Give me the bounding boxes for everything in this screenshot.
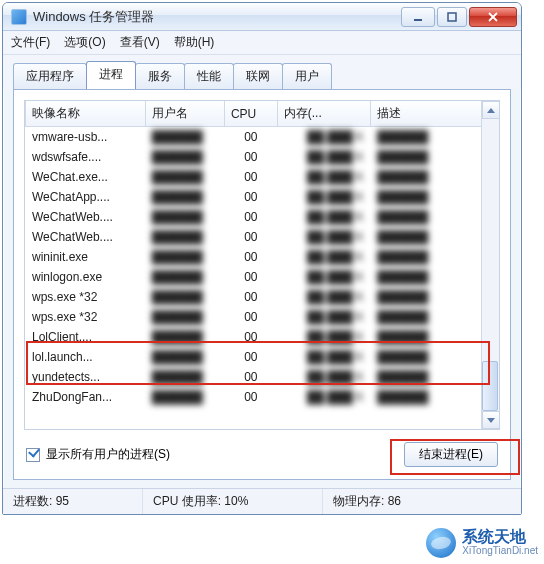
col-description[interactable]: 描述 bbox=[371, 101, 493, 127]
cell-cpu: 00 bbox=[224, 147, 277, 167]
table-row[interactable]: wps.exe *32██████00██,███ K██████ bbox=[26, 307, 493, 327]
cell-cpu: 00 bbox=[224, 207, 277, 227]
tab-strip: 应用程序 进程 服务 性能 联网 用户 bbox=[3, 55, 521, 89]
cell-image-name: winlogon.exe bbox=[26, 267, 146, 287]
table-row[interactable]: wdswfsafe....██████00██,███ K██████ bbox=[26, 147, 493, 167]
cell-memory: ██,███ K bbox=[277, 367, 370, 387]
cell-user-name: ██████ bbox=[145, 127, 224, 148]
cell-cpu: 00 bbox=[224, 387, 277, 407]
watermark-logo: 系统天地 XiTongTianDi.net bbox=[426, 528, 538, 558]
cell-image-name: WeChat.exe... bbox=[26, 167, 146, 187]
table-row[interactable]: wininit.exe██████00██,███ K██████ bbox=[26, 247, 493, 267]
tab-content: 映像名称 用户名 CPU 内存(... 描述 vmware-usb...████… bbox=[13, 89, 511, 480]
col-user-name[interactable]: 用户名 bbox=[145, 101, 224, 127]
table-row[interactable]: vmware-usb...██████00██,███ K██████ bbox=[26, 127, 493, 148]
menu-help[interactable]: 帮助(H) bbox=[174, 34, 215, 51]
tab-performance[interactable]: 性能 bbox=[184, 63, 234, 90]
watermark-en: XiTongTianDi.net bbox=[462, 546, 538, 557]
scroll-thumb[interactable] bbox=[482, 361, 498, 411]
col-image-name[interactable]: 映像名称 bbox=[26, 101, 146, 127]
cell-user-name: ██████ bbox=[145, 207, 224, 227]
table-row[interactable]: WeChatApp....██████00██,███ K██████ bbox=[26, 187, 493, 207]
menu-options[interactable]: 选项(O) bbox=[64, 34, 105, 51]
cell-memory: ██,███ K bbox=[277, 167, 370, 187]
cell-cpu: 00 bbox=[224, 307, 277, 327]
status-physical-memory: 物理内存: 86 bbox=[323, 489, 521, 514]
cell-description: ██████ bbox=[371, 227, 493, 247]
cell-cpu: 00 bbox=[224, 327, 277, 347]
table-row[interactable]: WeChatWeb....██████00██,███ K██████ bbox=[26, 207, 493, 227]
cell-cpu: 00 bbox=[224, 367, 277, 387]
cell-cpu: 00 bbox=[224, 227, 277, 247]
table-row[interactable]: winlogon.exe██████00██,███ K██████ bbox=[26, 267, 493, 287]
vertical-scrollbar[interactable] bbox=[481, 101, 499, 429]
status-process-count: 进程数: 95 bbox=[3, 489, 143, 514]
cell-memory: ██,███ K bbox=[277, 347, 370, 367]
cell-image-name: WeChatApp.... bbox=[26, 187, 146, 207]
watermark-cn: 系统天地 bbox=[462, 529, 538, 546]
cell-description: ██████ bbox=[371, 327, 493, 347]
tab-services[interactable]: 服务 bbox=[135, 63, 185, 90]
cell-memory: ██,███ K bbox=[277, 287, 370, 307]
cell-cpu: 00 bbox=[224, 167, 277, 187]
cell-memory: ██,███ K bbox=[277, 187, 370, 207]
close-icon bbox=[487, 12, 499, 22]
cell-description: ██████ bbox=[371, 347, 493, 367]
tab-processes[interactable]: 进程 bbox=[86, 61, 136, 89]
maximize-button[interactable] bbox=[437, 7, 467, 27]
table-row[interactable]: WeChatWeb....██████00██,███ K██████ bbox=[26, 227, 493, 247]
close-button[interactable] bbox=[469, 7, 517, 27]
titlebar[interactable]: Windows 任务管理器 bbox=[3, 3, 521, 31]
maximize-icon bbox=[447, 12, 457, 22]
minimize-button[interactable] bbox=[401, 7, 435, 27]
cell-description: ██████ bbox=[371, 127, 493, 148]
tab-networking[interactable]: 联网 bbox=[233, 63, 283, 90]
cell-description: ██████ bbox=[371, 387, 493, 407]
table-row[interactable]: WeChat.exe...██████00██,███ K██████ bbox=[26, 167, 493, 187]
cell-user-name: ██████ bbox=[145, 267, 224, 287]
cell-cpu: 00 bbox=[224, 267, 277, 287]
col-memory[interactable]: 内存(... bbox=[277, 101, 370, 127]
show-all-users-checkbox[interactable]: 显示所有用户的进程(S) bbox=[26, 446, 170, 463]
table-row[interactable]: wps.exe *32██████00██,███ K██████ bbox=[26, 287, 493, 307]
cell-user-name: ██████ bbox=[145, 367, 224, 387]
cell-cpu: 00 bbox=[224, 247, 277, 267]
tab-applications[interactable]: 应用程序 bbox=[13, 63, 87, 90]
menu-file[interactable]: 文件(F) bbox=[11, 34, 50, 51]
cell-user-name: ██████ bbox=[145, 187, 224, 207]
tab-users[interactable]: 用户 bbox=[282, 63, 332, 90]
table-row[interactable]: yundetects...██████00██,███ K██████ bbox=[26, 367, 493, 387]
col-cpu[interactable]: CPU bbox=[224, 101, 277, 127]
table-row[interactable]: LolClient....██████00██,███ K██████ bbox=[26, 327, 493, 347]
cell-image-name: vmware-usb... bbox=[26, 127, 146, 148]
chevron-down-icon bbox=[487, 418, 495, 423]
window-controls bbox=[401, 7, 517, 27]
cell-user-name: ██████ bbox=[145, 167, 224, 187]
status-cpu-usage: CPU 使用率: 10% bbox=[143, 489, 323, 514]
processes-footer: 显示所有用户的进程(S) 结束进程(E) bbox=[24, 442, 500, 467]
watermark-text: 系统天地 XiTongTianDi.net bbox=[462, 529, 538, 556]
table-row[interactable]: lol.launch...██████00██,███ K██████ bbox=[26, 347, 493, 367]
cell-image-name: wps.exe *32 bbox=[26, 307, 146, 327]
cell-user-name: ██████ bbox=[145, 387, 224, 407]
svg-rect-0 bbox=[414, 19, 422, 21]
cell-cpu: 00 bbox=[224, 287, 277, 307]
cell-memory: ██,███ K bbox=[277, 387, 370, 407]
cell-memory: ██,███ K bbox=[277, 247, 370, 267]
cell-description: ██████ bbox=[371, 187, 493, 207]
menu-view[interactable]: 查看(V) bbox=[120, 34, 160, 51]
process-table: 映像名称 用户名 CPU 内存(... 描述 vmware-usb...████… bbox=[25, 101, 493, 407]
cell-description: ██████ bbox=[371, 367, 493, 387]
chevron-up-icon bbox=[487, 108, 495, 113]
end-process-button[interactable]: 结束进程(E) bbox=[404, 442, 498, 467]
table-row[interactable]: ZhuDongFan...██████00██,███ K██████ bbox=[26, 387, 493, 407]
scroll-up-button[interactable] bbox=[482, 101, 500, 119]
cell-memory: ██,███ K bbox=[277, 207, 370, 227]
checkbox-icon bbox=[26, 448, 40, 462]
cell-description: ██████ bbox=[371, 307, 493, 327]
status-bar: 进程数: 95 CPU 使用率: 10% 物理内存: 86 bbox=[3, 488, 521, 514]
app-icon bbox=[11, 9, 27, 25]
scroll-down-button[interactable] bbox=[482, 411, 500, 429]
cell-memory: ██,███ K bbox=[277, 147, 370, 167]
process-table-wrap: 映像名称 用户名 CPU 内存(... 描述 vmware-usb...████… bbox=[24, 100, 500, 430]
